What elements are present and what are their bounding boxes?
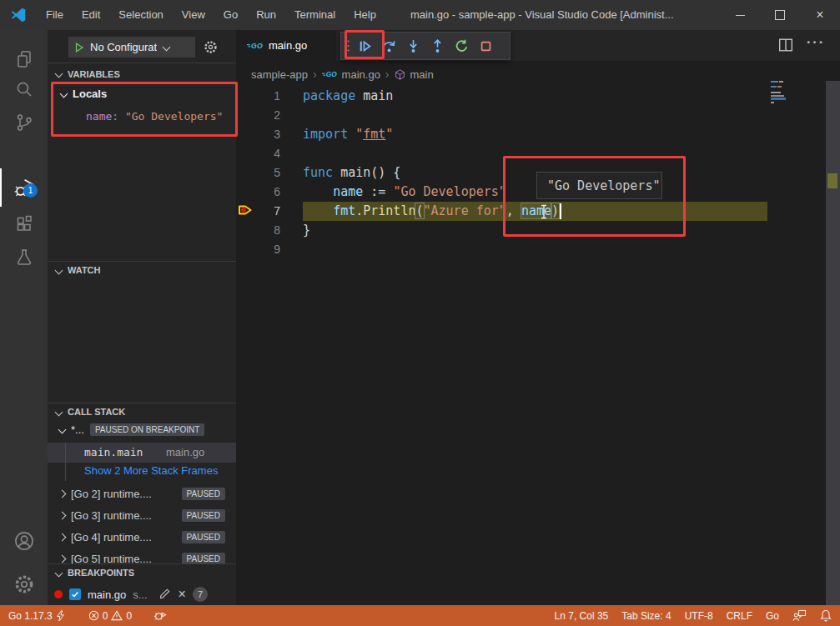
debug-settings-gear-icon[interactable] bbox=[203, 39, 219, 58]
sidebar-item-testing[interactable] bbox=[0, 240, 48, 275]
code-token: . bbox=[355, 203, 363, 218]
sidebar-item-extensions[interactable] bbox=[0, 207, 48, 242]
menu-help[interactable]: Help bbox=[345, 0, 385, 30]
frame-function: main.main bbox=[84, 446, 143, 458]
indentation-item[interactable]: Tab Size: 4 bbox=[621, 610, 671, 622]
activity-bar: 1 bbox=[0, 30, 48, 605]
thread-row[interactable]: *... PAUSED ON BREAKPOINT bbox=[59, 423, 204, 436]
more-actions-icon[interactable]: ··· bbox=[807, 35, 825, 50]
breadcrumb-symbol[interactable]: main bbox=[410, 68, 434, 81]
code-line[interactable]: } bbox=[303, 221, 310, 240]
variable-name: name: bbox=[86, 110, 118, 123]
watch-section-header[interactable]: WATCH bbox=[48, 261, 236, 278]
toolbar-drag-handle[interactable] bbox=[341, 39, 353, 53]
minimap[interactable] bbox=[771, 81, 787, 106]
breadcrumb-separator: › bbox=[313, 68, 317, 81]
code-line[interactable]: import "fmt" bbox=[303, 125, 393, 144]
code-line[interactable]: package main bbox=[303, 87, 393, 106]
edit-breakpoint-icon[interactable] bbox=[159, 587, 172, 603]
menu-view[interactable]: View bbox=[173, 0, 214, 30]
goroutine-label: [Go 3] runtime.... bbox=[71, 509, 152, 522]
window-title: main.go - sample-app - Visual Studio Cod… bbox=[410, 0, 674, 30]
close-button[interactable]: × bbox=[800, 0, 840, 30]
breakpoint-checkbox[interactable] bbox=[69, 588, 81, 600]
goroutine-row[interactable]: [Go 4] runtime.... PAUSED bbox=[48, 527, 236, 547]
line-number: 6 bbox=[236, 183, 280, 202]
code-token: fmt bbox=[363, 127, 385, 142]
language-mode-item[interactable]: Go bbox=[766, 610, 779, 622]
breadcrumb-file[interactable]: main.go bbox=[342, 68, 380, 81]
code-token: func bbox=[303, 165, 340, 180]
sidebar-item-source-control[interactable] bbox=[0, 105, 48, 140]
code-token: Println bbox=[363, 203, 415, 218]
notifications-bell-icon[interactable] bbox=[820, 609, 832, 622]
chevron-down-icon bbox=[58, 426, 67, 434]
stop-icon bbox=[479, 39, 493, 53]
stop-button[interactable] bbox=[474, 33, 498, 59]
call-stack-section-header[interactable]: CALL STACK bbox=[48, 403, 236, 420]
zap-icon bbox=[56, 610, 65, 622]
accounts-icon[interactable] bbox=[0, 523, 48, 558]
breakpoint-dot-icon bbox=[54, 590, 63, 598]
code-token: " bbox=[385, 127, 393, 142]
menu-terminal[interactable]: Terminal bbox=[285, 0, 345, 30]
tab-main-go[interactable]: GO main.go bbox=[236, 30, 336, 61]
menu-go[interactable]: Go bbox=[214, 0, 247, 30]
warning-icon bbox=[111, 610, 123, 621]
breakpoint-row[interactable]: main.go s... × 7 bbox=[48, 583, 236, 605]
minimize-button[interactable] bbox=[720, 0, 760, 30]
feedback-icon[interactable] bbox=[792, 609, 807, 622]
continue-button[interactable] bbox=[353, 33, 377, 59]
code-line[interactable]: name := "Go Developers" bbox=[303, 183, 506, 202]
breakpoint-path: s... bbox=[133, 588, 147, 601]
debug-status-item[interactable] bbox=[153, 609, 167, 622]
thread-status-badge: PAUSED ON BREAKPOINT bbox=[90, 423, 204, 436]
code-token: fmt bbox=[333, 203, 355, 218]
go-file-icon: GO bbox=[322, 69, 337, 79]
remove-breakpoint-icon[interactable]: × bbox=[179, 588, 186, 600]
step-out-button[interactable] bbox=[425, 33, 450, 59]
text-caret bbox=[560, 203, 561, 219]
step-over-button[interactable] bbox=[377, 33, 401, 59]
menu-run[interactable]: Run bbox=[247, 0, 285, 30]
code-token: name bbox=[333, 184, 363, 199]
code-token: ) bbox=[551, 203, 559, 218]
tab-bar: GO main.go ··· bbox=[236, 30, 840, 61]
code-token: main() { bbox=[340, 165, 400, 180]
debug-config-dropdown[interactable]: No Configurat bbox=[68, 37, 195, 58]
maximize-button[interactable] bbox=[760, 0, 800, 30]
restart-button[interactable] bbox=[450, 33, 474, 59]
settings-gear-icon[interactable] bbox=[0, 567, 48, 602]
chevron-right-icon bbox=[58, 511, 67, 519]
stack-frame-row-selected[interactable]: main.main main.go bbox=[48, 443, 236, 463]
breakpoints-section-header[interactable]: BREAKPOINTS bbox=[48, 563, 236, 581]
menu-edit[interactable]: Edit bbox=[73, 0, 109, 30]
chevron-down-icon bbox=[55, 266, 63, 274]
debug-toolbar bbox=[340, 32, 511, 60]
problems-item[interactable]: 0 0 bbox=[88, 610, 132, 622]
menu-file[interactable]: File bbox=[37, 0, 73, 30]
go-version-item[interactable]: Go 1.17.3 bbox=[8, 610, 65, 622]
breadcrumb-folder[interactable]: sample-app bbox=[251, 68, 308, 81]
editor-scrollbar[interactable] bbox=[826, 81, 840, 605]
variable-row[interactable]: name: "Go Developers" bbox=[86, 110, 223, 123]
warning-count: 0 bbox=[126, 610, 132, 622]
variables-scope-locals[interactable]: Locals bbox=[61, 88, 107, 100]
step-into-button[interactable] bbox=[401, 33, 425, 59]
sidebar-item-search[interactable] bbox=[0, 72, 48, 107]
goroutine-row[interactable]: [Go 2] runtime.... PAUSED bbox=[48, 483, 236, 503]
start-debug-icon[interactable] bbox=[73, 42, 85, 53]
encoding-item[interactable]: UTF-8 bbox=[685, 610, 713, 622]
split-editor-icon[interactable] bbox=[778, 38, 793, 56]
debug-bug-icon bbox=[153, 609, 167, 622]
code-line-current[interactable]: fmt.Println("Azure for", name) bbox=[303, 202, 559, 221]
menu-selection[interactable]: Selection bbox=[109, 0, 172, 30]
variables-section-header[interactable]: VARIABLES bbox=[48, 65, 236, 83]
cursor-position-item[interactable]: Ln 7, Col 35 bbox=[555, 610, 609, 622]
eol-item[interactable]: CRLF bbox=[727, 610, 752, 622]
code-line[interactable]: func main() { bbox=[303, 163, 400, 183]
show-more-frames-link[interactable]: Show 2 More Stack Frames bbox=[84, 464, 236, 477]
goroutine-row[interactable]: [Go 3] runtime.... PAUSED bbox=[48, 505, 236, 525]
code-token: ( bbox=[415, 203, 423, 218]
line-number: 8 bbox=[236, 221, 280, 240]
